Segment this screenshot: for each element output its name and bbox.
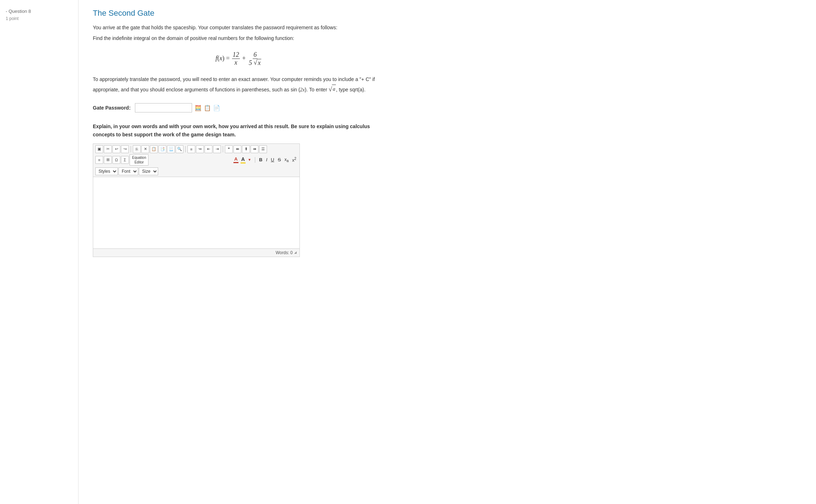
editor-toolbar: ▣ ✂ ↩ ↪ ⎘ ✕ 📋 📑 📃 🔍 ≡ ≔ ⇤ ⇥ ❝ ⬅ ⬆ <box>93 144 299 177</box>
superscript-label: 2 <box>294 157 296 161</box>
size-dropdown[interactable]: Size <box>139 167 158 175</box>
tb-list-ol-btn[interactable]: ≔ <box>196 145 204 153</box>
subscript-label: a <box>287 159 289 163</box>
gate-password-input[interactable] <box>135 103 192 112</box>
fmt-sep-1 <box>255 157 255 163</box>
password-label: Gate Password: <box>93 105 131 111</box>
bold-btn[interactable]: B <box>258 157 263 163</box>
tb-undo-btn[interactable]: ↩ <box>112 145 120 153</box>
tb-outdent-btn[interactable]: ⇤ <box>205 145 212 153</box>
tb-redo-btn[interactable]: ↪ <box>121 145 129 153</box>
page-title: The Second Gate <box>93 9 386 18</box>
tb-delete-btn[interactable]: ✕ <box>141 145 149 153</box>
resize-handle[interactable] <box>294 251 297 254</box>
font-dropdown[interactable]: Font <box>119 167 138 175</box>
math-formula: f(x) = 12 x + 6 5 √x <box>93 51 386 67</box>
formatting-row: A A ▼ B I U S xa x2 <box>233 155 297 165</box>
subscript-btn[interactable]: xa <box>283 157 290 163</box>
tb-align-center-btn[interactable]: ⬆ <box>242 145 250 153</box>
tb-sep-1 <box>131 146 131 152</box>
rich-text-editor: ▣ ✂ ↩ ↪ ⎘ ✕ 📋 📑 📃 🔍 ≡ ≔ ⇤ ⇥ ❝ ⬅ ⬆ <box>93 143 300 257</box>
tb-align-left-btn[interactable]: ⬅ <box>233 145 241 153</box>
strikethrough-btn[interactable]: S <box>277 157 282 163</box>
instructions-text: To appropriately translate the password,… <box>93 75 386 95</box>
toolbar-row-1: ▣ ✂ ↩ ↪ ⎘ ✕ 📋 📑 📃 🔍 ≡ ≔ ⇤ ⇥ ❝ ⬅ ⬆ <box>95 145 297 153</box>
tb-find-btn[interactable]: 🔍 <box>176 145 183 153</box>
tb-equation-btn[interactable]: Equation Editor <box>130 154 148 166</box>
tb-blockquote-btn[interactable]: ❝ <box>225 145 233 153</box>
toolbar-row-3: Styles Font Size <box>95 167 297 175</box>
main-content: The Second Gate You arrive at the gate t… <box>79 0 400 504</box>
text-color-dropdown[interactable]: ▼ <box>248 158 251 162</box>
tb-align-justify-btn[interactable]: ☰ <box>259 145 267 153</box>
tb-paste-text-btn[interactable]: 📑 <box>158 145 166 153</box>
editor-footer: Words: 0 <box>93 248 299 257</box>
tb-omega-btn[interactable]: Ω <box>112 156 120 164</box>
tb-source-btn[interactable]: ▣ <box>95 145 103 153</box>
description-1: You arrive at the gate that holds the sp… <box>93 24 386 31</box>
tb-sigma-btn[interactable]: Σ <box>121 156 129 164</box>
underline-btn[interactable]: U <box>270 157 275 163</box>
tb-align-right-btn[interactable]: ➡ <box>251 145 258 153</box>
question-label: - Question 8 <box>6 9 72 14</box>
font-color-btn[interactable]: A <box>233 156 238 163</box>
tb-paste-btn[interactable]: 📋 <box>150 145 158 153</box>
tb-list-ul-btn[interactable]: ≡ <box>187 145 195 153</box>
italic-btn[interactable]: I <box>265 157 268 163</box>
description-2: Find the indefinite integral on the doma… <box>93 34 386 42</box>
tb-sep-2 <box>185 146 186 152</box>
password-icons: 🧮 📋 📄 <box>194 104 221 112</box>
tb-indent-btn[interactable]: ⇥ <box>213 145 221 153</box>
password-icon-2[interactable]: 📋 <box>203 104 211 112</box>
password-icon-3[interactable]: 📄 <box>213 104 221 112</box>
editor-body[interactable] <box>93 177 299 248</box>
tb-table-btn[interactable]: ⊞ <box>104 156 112 164</box>
toolbar-row-2: ≡ ⊞ Ω Σ Equation Editor A A <box>95 154 297 166</box>
sidebar: - Question 8 1 point <box>0 0 79 504</box>
explain-prompt: Explain, in your own words and with your… <box>93 122 386 138</box>
tb-copy-btn[interactable]: ⎘ <box>133 145 141 153</box>
tb-cut-btn[interactable]: ✂ <box>104 145 112 153</box>
points-label: 1 point <box>6 16 72 21</box>
password-row: Gate Password: 🧮 📋 📄 <box>93 103 386 112</box>
bg-color-btn[interactable]: A <box>241 156 246 163</box>
password-icon-1[interactable]: 🧮 <box>194 104 202 112</box>
tb-paste-word-btn[interactable]: 📃 <box>167 145 175 153</box>
tb-sep-3 <box>223 146 223 152</box>
superscript-btn[interactable]: x2 <box>291 156 297 163</box>
styles-dropdown[interactable]: Styles <box>95 167 118 175</box>
tb-list2-btn[interactable]: ≡ <box>95 156 103 164</box>
word-count: Words: 0 <box>276 250 293 255</box>
